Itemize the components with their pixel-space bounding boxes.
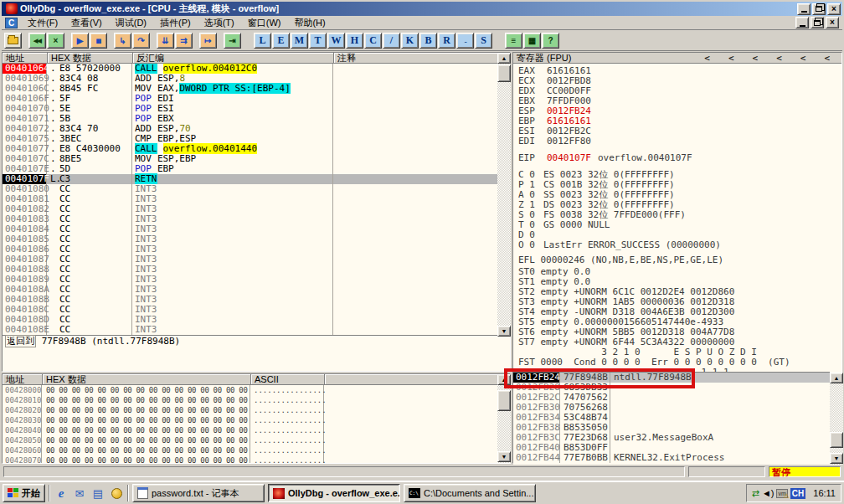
bank-arrow-button[interactable]: < — [728, 53, 734, 64]
column-header-hex[interactable]: HEX 数据 — [43, 374, 251, 384]
scroll-thumb[interactable] — [497, 64, 511, 82]
menu-view[interactable]: 查看(V) — [64, 15, 109, 31]
dump-row[interactable]: 0042802000 00 00 00 00 00 00 00 00 00 00… — [3, 405, 497, 415]
animate-over-button[interactable]: ⇉ — [175, 33, 193, 49]
clock[interactable]: 16:11 — [813, 488, 836, 498]
windows-window-button[interactable]: W — [327, 33, 345, 49]
open-file-button[interactable] — [4, 33, 22, 49]
bank-arrow-button[interactable]: < — [776, 53, 782, 64]
memory-window-button[interactable]: M — [291, 33, 308, 49]
task-notepad[interactable]: password.txt - 记事本 — [132, 484, 265, 502]
dump-row[interactable]: 0042804000 00 00 00 00 00 00 00 00 00 00… — [3, 425, 497, 435]
bank-arrow-button[interactable]: < — [704, 53, 710, 64]
network-activity-icon[interactable]: ⇄ — [752, 489, 759, 498]
appearance-button[interactable]: ▦ — [523, 33, 541, 49]
cpu-window-button[interactable]: C — [364, 33, 382, 49]
execute-till-return-button[interactable]: ↦ — [199, 33, 217, 49]
register-edi[interactable]: EDI0012FF80 — [513, 136, 830, 147]
disasm-row[interactable]: 00401070.5EPOPESI — [3, 104, 498, 114]
child-minimize-button[interactable] — [795, 17, 809, 28]
disasm-row-selected[interactable]: 0040107FL.C3RETN — [3, 174, 498, 184]
close-program-button[interactable]: × — [47, 33, 64, 49]
minimize-button[interactable] — [797, 3, 811, 15]
internet-explorer-icon[interactable]: e — [54, 486, 69, 501]
patches-window-button[interactable]: / — [383, 33, 400, 49]
cpu-child-window-icon[interactable]: C — [5, 18, 18, 28]
stack-row[interactable]: 0012FB3C77E23D68user32.MessageBoxA — [513, 433, 830, 443]
disassembly-scrollbar[interactable]: ▲ ▼ — [497, 53, 511, 337]
stack-scrollbar[interactable]: ▲ ▼ — [830, 373, 843, 465]
column-header-address[interactable]: 地址 — [3, 374, 43, 384]
help-button[interactable]: ? — [542, 33, 559, 49]
pause-button[interactable]: ▮▮ — [90, 33, 107, 49]
step-over-button[interactable]: ↷ — [132, 33, 150, 49]
run-trace-window-button[interactable]: ... — [456, 33, 474, 49]
dump-row[interactable]: 0042807000 00 00 00 00 00 00 00 00 00 00… — [3, 455, 497, 463]
disasm-row[interactable]: 0040107E.5DPOPEBP — [3, 164, 498, 174]
menu-window[interactable]: 窗口(W) — [241, 15, 288, 31]
disasm-row[interactable]: 00401086CCINT3 — [3, 244, 498, 255]
disasm-row[interactable]: 0040106F.5FPOPEDI — [3, 94, 498, 104]
menu-help[interactable]: 帮助(H) — [287, 15, 332, 31]
flag-row-o-lasterr[interactable]: O 0LastErr ERROR_SUCCESS (00000000) — [513, 240, 830, 250]
input-language-indicator[interactable]: CH — [790, 488, 805, 499]
disasm-row[interactable]: 0040108DCCINT3 — [3, 315, 498, 325]
menu-options[interactable]: 选项(T) — [198, 15, 241, 31]
dump-row[interactable]: 0042803000 00 00 00 00 00 00 00 00 00 00… — [3, 415, 497, 425]
scroll-thumb[interactable] — [497, 390, 511, 411]
disasm-row[interactable]: 00401084CCINT3 — [3, 224, 498, 234]
disasm-row[interactable]: 00401088CCINT3 — [3, 265, 498, 275]
disasm-row[interactable]: 00401087CCINT3 — [3, 255, 498, 265]
column-header-ascii[interactable]: ASCII — [251, 374, 325, 384]
step-into-button[interactable]: ↳ — [114, 33, 131, 49]
disasm-row[interactable]: 00401082CCINT3 — [3, 204, 498, 214]
scroll-up-button[interactable]: ▲ — [497, 53, 511, 64]
register-eip[interactable]: EIP0040107Foverflow.0040107F — [513, 153, 830, 163]
windows-list-button[interactable]: ≡ — [505, 33, 522, 49]
scroll-down-button[interactable]: ▼ — [830, 453, 843, 464]
dump-row[interactable]: 0042801000 00 00 00 00 00 00 00 00 00 00… — [3, 395, 497, 405]
disasm-row[interactable]: 0040108CCCINT3 — [3, 305, 498, 315]
scroll-thumb[interactable] — [830, 432, 843, 448]
restart-button[interactable]: ◀◀ — [28, 33, 46, 49]
child-restore-button[interactable] — [811, 17, 824, 28]
msn-icon[interactable] — [109, 486, 124, 501]
disasm-row[interactable]: 00401080CCINT3 — [3, 184, 498, 194]
show-desktop-icon[interactable]: ▤ — [90, 486, 106, 501]
disasm-row[interactable]: 0040108BCCINT3 — [3, 295, 498, 305]
close-button[interactable]: × — [827, 3, 841, 15]
dump-row[interactable]: 0042805000 00 00 00 00 00 00 00 00 00 00… — [3, 435, 497, 445]
disasm-row[interactable]: 00401083CCINT3 — [3, 214, 498, 224]
call-stack-window-button[interactable]: K — [401, 33, 419, 49]
outlook-express-icon[interactable]: ✉ — [72, 486, 87, 501]
stack-row[interactable]: 0012FB3070756268 — [513, 403, 830, 413]
disasm-row[interactable]: 0040108ECCINT3 — [3, 325, 498, 335]
bank-arrow-button[interactable]: < — [800, 53, 806, 64]
start-button[interactable]: 开始 — [3, 484, 45, 502]
source-window-button[interactable]: S — [475, 33, 492, 49]
bank-arrow-button[interactable]: < — [753, 53, 759, 64]
column-header-hex[interactable]: HEX 数据 — [48, 53, 133, 63]
disasm-row[interactable]: 0040108ACCINT3 — [3, 285, 498, 295]
disasm-row[interactable]: 00401089CCINT3 — [3, 275, 498, 285]
scroll-down-button[interactable]: ▼ — [497, 451, 511, 462]
menu-debug[interactable]: 调试(D) — [109, 15, 153, 31]
volume-icon[interactable]: ◄) — [762, 489, 775, 498]
executables-window-button[interactable]: E — [272, 33, 290, 49]
vm-tools-icon[interactable]: vm⚠ — [776, 489, 787, 498]
column-header-comment[interactable]: 注释 — [334, 53, 510, 63]
stack-row[interactable]: 0012FB3453C48B74 — [513, 413, 830, 423]
disasm-row[interactable]: 0040106C.8B45 FCMOVEAX,DWORD PTR SS:[EBP… — [3, 84, 498, 94]
references-window-button[interactable]: R — [438, 33, 455, 49]
disasm-row[interactable]: 0040107C.8BE5MOVESP,EBP — [3, 154, 498, 164]
animate-into-button[interactable]: ⇊ — [157, 33, 174, 49]
task-ollydbg[interactable]: OllyDbg - overflow_exe.e... — [268, 484, 400, 502]
run-button[interactable]: ▶ — [71, 33, 89, 49]
breakpoints-window-button[interactable]: B — [419, 33, 437, 49]
flag-row-t[interactable]: T 0GS 0000 NULL — [513, 220, 830, 230]
menu-file[interactable]: 文件(F) — [21, 15, 64, 31]
bank-arrow-button[interactable]: < — [824, 53, 830, 64]
handles-window-button[interactable]: H — [346, 33, 363, 49]
child-close-button[interactable]: × — [826, 17, 839, 28]
register-efl[interactable]: EFL 00000246 (NO,NB,E,BE,NS,PE,GE,LE) — [513, 255, 830, 265]
